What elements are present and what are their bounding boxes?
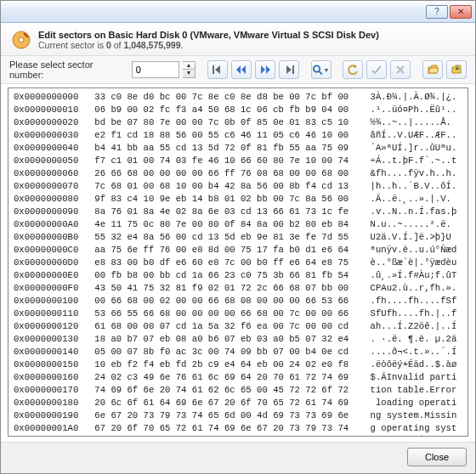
- stepper-down-icon[interactable]: ▼: [183, 70, 195, 77]
- svg-line-5: [319, 71, 322, 75]
- close-window-button[interactable]: ✕: [450, 5, 472, 19]
- last-sector-button[interactable]: [279, 60, 299, 79]
- save-file-button[interactable]: [446, 60, 467, 79]
- sub-prefix: Current sector is: [38, 40, 106, 50]
- header-text: Edit sectors on Basic Hard Disk 0 (VMwar…: [38, 30, 379, 50]
- titlebar: ? ✕: [1, 1, 475, 23]
- dialog-subtitle: Current sector is 0 of 1,048,575,999.: [38, 40, 379, 50]
- prev-sector-button[interactable]: [231, 60, 252, 79]
- sub-suffix: .: [181, 40, 184, 50]
- discard-button[interactable]: [390, 60, 411, 79]
- disk-sector-icon: [11, 30, 31, 50]
- sub-mid: of: [111, 40, 124, 50]
- sector-select-label: Please select sector number:: [9, 59, 125, 80]
- dialog-title: Edit sectors on Basic Hard Disk 0 (VMwar…: [38, 30, 379, 40]
- apply-button[interactable]: [366, 60, 387, 79]
- find-button[interactable]: ▾: [311, 60, 332, 79]
- close-button[interactable]: Close: [407, 448, 467, 466]
- sector-number-input[interactable]: [132, 61, 179, 78]
- first-sector-button[interactable]: [207, 60, 228, 79]
- stepper-up-icon[interactable]: ▲: [183, 62, 195, 70]
- undo-button[interactable]: [343, 60, 363, 79]
- hex-view[interactable]: 0x0000000000 33 c0 8e d0 bc 00 7c 8e c0 …: [8, 87, 468, 437]
- next-sector-button[interactable]: [255, 60, 275, 79]
- dialog-window: ? ✕ Edit sectors on Basic Hard Disk 0 (V…: [0, 0, 476, 474]
- open-file-button[interactable]: [422, 60, 443, 79]
- total-sectors: 1,048,575,999: [123, 40, 180, 50]
- toolbar: Please select sector number: ▲ ▼ ▾: [1, 56, 475, 84]
- window-controls: ? ✕: [426, 5, 472, 19]
- sector-stepper[interactable]: ▲ ▼: [183, 61, 196, 78]
- svg-rect-2: [212, 65, 214, 74]
- svg-rect-3: [292, 65, 294, 74]
- help-button[interactable]: ?: [426, 5, 448, 19]
- hex-content: 0x0000000000 33 c0 8e d0 bc 00 7c 8e c0 …: [8, 88, 468, 437]
- footer: Close: [1, 442, 475, 473]
- svg-point-4: [313, 65, 319, 71]
- chevron-down-icon: ▾: [322, 66, 330, 74]
- svg-point-1: [19, 37, 24, 42]
- header: Edit sectors on Basic Hard Disk 0 (VMwar…: [1, 23, 475, 56]
